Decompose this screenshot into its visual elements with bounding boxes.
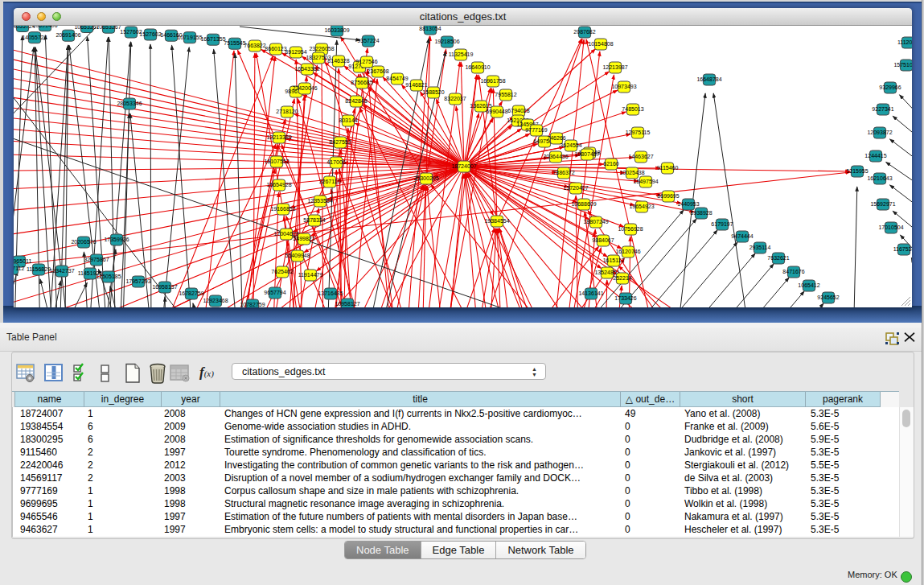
svg-text:18807249: 18807249 [583,219,608,225]
svg-text:8454749: 8454749 [386,76,408,81]
svg-text:16961758: 16961758 [480,78,505,84]
svg-text:12093872: 12093872 [867,130,892,135]
svg-text:6179197: 6179197 [711,221,733,227]
svg-text:15692971: 15692971 [870,201,895,207]
svg-text:7886372: 7886372 [552,170,574,175]
svg-text:62160: 62160 [603,161,619,167]
svg-text:19654923: 19654923 [629,204,654,209]
svg-text:8699695: 8699695 [657,193,679,199]
svg-text:20364436: 20364436 [543,154,568,159]
svg-text:12353584: 12353584 [307,198,332,204]
svg-text:12213389: 12213389 [266,134,291,140]
svg-text:16543362: 16543362 [294,66,319,72]
svg-text:12342737: 12342737 [49,268,74,274]
svg-text:11156829: 11156829 [27,266,51,272]
svg-text:9245652: 9245652 [817,295,839,300]
svg-text:2087682: 2087682 [573,29,595,35]
svg-text:16782759: 16782759 [179,290,203,296]
svg-text:10154808: 10154808 [588,41,613,47]
svg-text:9329966: 9329966 [879,84,901,90]
svg-text:20206576: 20206576 [71,239,96,245]
svg-text:7625402: 7625402 [271,269,293,274]
svg-text:1733426: 1733426 [614,295,636,301]
svg-text:12923468: 12923468 [203,298,228,303]
svg-text:8660123: 8660123 [265,46,286,51]
svg-text:7632621: 7632621 [767,255,789,261]
svg-text:8146328: 8146328 [327,58,349,64]
svg-text:11914479: 11914479 [298,272,323,278]
svg-text:3267110: 3267110 [319,179,341,184]
svg-text:9146821: 9146821 [405,82,427,88]
svg-text:1615112: 1615112 [603,257,625,263]
svg-text:16120746: 16120746 [615,249,640,254]
svg-text:19166852: 19166852 [270,206,295,212]
svg-text:16497594: 16497594 [633,179,658,184]
svg-text:8242848: 8242848 [345,98,367,104]
svg-text:1440953: 1440953 [677,201,699,207]
svg-text:803144: 803144 [339,117,357,123]
svg-text:6794028: 6794028 [507,108,529,113]
svg-text:12213987: 12213987 [602,64,627,70]
svg-text:16107552: 16107552 [264,159,289,164]
svg-text:14136141: 14136141 [578,290,603,296]
svg-text:15720407: 15720407 [563,185,588,191]
svg-text:9357224: 9357224 [357,38,379,43]
svg-text:19218506: 19218506 [434,39,459,44]
svg-text:19384554: 19384554 [484,218,509,224]
svg-text:9115460: 9115460 [657,165,679,171]
svg-text:1065412: 1065412 [798,282,819,288]
svg-text:17010504: 17010504 [878,225,903,230]
svg-text:20691406: 20691406 [55,32,80,38]
svg-text:9777169: 9777169 [525,127,547,133]
svg-text:9657794: 9657794 [264,290,285,295]
svg-text:10807487: 10807487 [574,151,599,157]
svg-text:2367608: 2367608 [367,68,388,74]
svg-text:417006: 417006 [326,159,345,165]
svg-text:8427552: 8427552 [329,139,351,145]
svg-text:39157112: 39157112 [14,266,24,271]
svg-text:8813054: 8813054 [419,26,441,31]
svg-text:8471676: 8471676 [782,269,804,274]
svg-text:10025438: 10025438 [619,170,644,175]
svg-text:7663822: 7663822 [244,43,265,48]
svg-text:15751074: 15751074 [893,62,912,68]
svg-text:14055724: 14055724 [22,35,47,40]
svg-text:16671355: 16671355 [200,36,225,42]
svg-text:16640910: 16640910 [465,64,490,70]
svg-text:10782759: 10782759 [240,302,265,307]
svg-text:32975867: 32975867 [84,257,109,262]
svg-text:1527602: 1527602 [139,31,161,37]
svg-text:252214: 252214 [613,275,631,281]
svg-text:28053346: 28053346 [117,101,142,106]
svg-text:10719155: 10719155 [177,35,202,40]
svg-text:16654928: 16654928 [266,182,291,187]
svg-text:20691406: 20691406 [32,26,57,28]
svg-text:8912954: 8912954 [285,49,306,55]
svg-text:16648784: 16648784 [696,76,721,82]
svg-text:1362615: 1362615 [470,103,491,109]
svg-text:10973493: 10973493 [611,84,636,89]
svg-text:16958137: 16958137 [152,284,177,290]
svg-text:2718120: 2718120 [276,109,298,114]
svg-text:10653267: 10653267 [96,26,121,30]
svg-text:5499822: 5499822 [293,236,314,241]
svg-text:25300295: 25300295 [413,175,438,181]
svg-text:6990448: 6990448 [486,109,507,114]
svg-text:5878334: 5878334 [303,217,325,223]
svg-text:16210643: 16210643 [867,175,892,181]
svg-text:23226058: 23226058 [309,46,334,51]
svg-text:9884067: 9884067 [592,237,614,243]
svg-text:12975115: 12975115 [626,130,651,135]
svg-text:2935114: 2935114 [749,245,771,250]
svg-text:23420046: 23420046 [292,85,317,91]
svg-text:7515545: 7515545 [224,40,245,46]
svg-text:17359936: 17359936 [104,237,129,242]
svg-text:10688609: 10688609 [571,201,596,207]
svg-text:1244415: 1244415 [864,153,886,159]
svg-text:1588520: 1588520 [422,89,444,95]
svg-text:55409948: 55409948 [285,253,310,258]
svg-text:8938928: 8938928 [690,210,712,216]
svg-text:7485013: 7485013 [622,106,643,112]
svg-text:13524851: 13524851 [594,270,619,275]
svg-text:16033809: 16033809 [324,27,349,33]
